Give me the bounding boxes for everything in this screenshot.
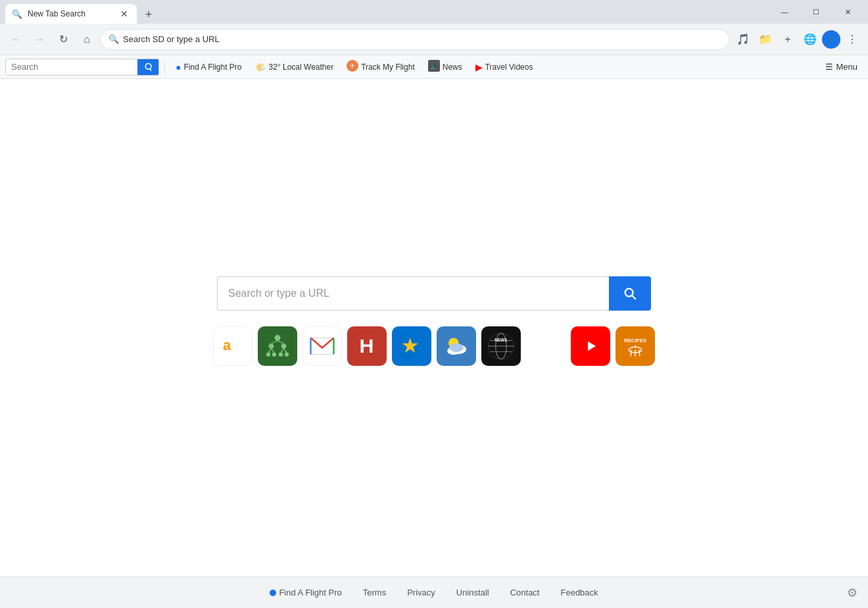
footer-dot-icon — [270, 590, 276, 596]
extension-plus-button[interactable]: + — [777, 29, 798, 50]
toolbar-local-weather[interactable]: 🌤️ 32° Local Weather — [250, 59, 339, 76]
quick-link-weather[interactable] — [437, 326, 476, 366]
weather-logo — [443, 334, 470, 359]
toolbar-find-a-flight-pro[interactable]: ● Find A Flight Pro — [170, 59, 247, 76]
footer-feedback-label: Feedback — [560, 588, 598, 597]
svg-line-10 — [272, 341, 278, 343]
toolbar-track-my-flight[interactable]: ✈ Track My Flight — [341, 59, 420, 76]
travel-videos-icon: ▶ — [475, 62, 483, 72]
new-tab-button[interactable]: + — [139, 5, 158, 24]
minimize-button[interactable]: — — [769, 0, 800, 24]
footer-feedback[interactable]: Feedback — [560, 588, 598, 597]
window-controls: — ☐ ✕ — [769, 0, 863, 24]
close-tab-button[interactable]: ✕ — [118, 8, 130, 20]
footer-uninstall-label: Uninstall — [456, 588, 489, 597]
nav-actions: 🎵 📁 + 🌐 👤 ⋮ — [733, 29, 863, 50]
svg-text:RECIPES: RECIPES — [624, 338, 646, 343]
quick-link-amazon[interactable]: a — [213, 326, 253, 366]
back-button[interactable]: ← — [5, 29, 26, 50]
quick-link-walmart[interactable]: ★ — [392, 326, 431, 366]
svg-line-19 — [284, 349, 287, 353]
footer-terms-label: Terms — [363, 588, 386, 597]
toolbar-search-input[interactable] — [6, 59, 137, 75]
extension-folder-button[interactable]: 📁 — [755, 29, 776, 50]
youtube-logo — [577, 337, 604, 355]
find-flight-icon: ● — [176, 62, 181, 72]
footer-find-a-flight-pro[interactable]: Find A Flight Pro — [270, 588, 341, 597]
footer: Find A Flight Pro Terms Privacy Uninstal… — [0, 576, 868, 608]
svg-point-15 — [285, 353, 289, 357]
address-text: Search SD or type a URL — [123, 34, 721, 44]
toolbar-separator — [164, 61, 165, 74]
center-search-button[interactable] — [609, 276, 651, 311]
svg-text:a: a — [223, 337, 231, 353]
track-flight-icon: ✈ — [347, 60, 358, 74]
footer-privacy-label: Privacy — [407, 588, 435, 597]
svg-text:H: H — [360, 334, 374, 357]
tab-title: New Tab Search — [28, 9, 113, 18]
plane-icon: ✈ — [347, 60, 358, 72]
quick-link-ancestry[interactable] — [258, 326, 297, 366]
home-button[interactable]: ⌂ — [76, 29, 97, 50]
toolbar-menu-button[interactable]: ☰ Menu — [820, 59, 863, 76]
refresh-button[interactable]: ↻ — [53, 29, 74, 50]
profile-button[interactable]: 👤 — [822, 30, 840, 49]
toolbar: ● Find A Flight Pro 🌤️ 32° Local Weather… — [0, 55, 868, 79]
menu-label: Menu — [836, 62, 857, 72]
gmail-logo — [309, 336, 335, 356]
svg-point-14 — [279, 353, 283, 357]
svg-text:✈: ✈ — [350, 63, 355, 69]
quick-links-row: a — [204, 326, 664, 366]
svg-text:📺: 📺 — [430, 63, 437, 69]
toolbar-search-box[interactable] — [5, 59, 159, 76]
close-window-button[interactable]: ✕ — [832, 0, 863, 24]
quick-link-hotels[interactable]: H — [347, 326, 387, 366]
forward-button[interactable]: → — [29, 29, 50, 50]
active-tab[interactable]: 🔍 New Tab Search ✕ — [5, 4, 137, 24]
quick-link-youtube[interactable] — [571, 326, 610, 366]
main-content: a — [0, 79, 868, 576]
footer-uninstall[interactable]: Uninstall — [456, 588, 489, 597]
footer-settings-button[interactable]: ⚙ — [847, 586, 857, 600]
footer-privacy[interactable]: Privacy — [407, 588, 435, 597]
tab-strip: 🔍 New Tab Search ✕ + — [5, 0, 761, 24]
toolbar-news[interactable]: 📺 News — [423, 59, 468, 76]
browser-menu-button[interactable]: ⋮ — [842, 29, 863, 50]
center-search-input[interactable] — [217, 276, 609, 311]
svg-point-12 — [266, 353, 270, 357]
svg-line-11 — [277, 341, 284, 343]
svg-text:★: ★ — [402, 336, 418, 356]
title-bar: 🔍 New Tab Search ✕ + — ☐ ✕ — [0, 0, 868, 24]
toolbar-travel-videos[interactable]: ▶ Travel Videos — [470, 59, 539, 76]
maximize-button[interactable]: ☐ — [801, 0, 831, 24]
weather-icon: 🌤️ — [255, 62, 266, 72]
toolbar-search-button[interactable] — [137, 59, 158, 75]
quick-link-news[interactable]: NEWS — [481, 326, 521, 366]
ancestry-logo — [265, 334, 290, 359]
extension-music-button[interactable]: 🎵 — [733, 29, 754, 50]
svg-point-13 — [272, 353, 276, 357]
news-icon: 📺 — [428, 60, 440, 74]
svg-line-17 — [272, 349, 274, 353]
svg-point-7 — [275, 335, 281, 341]
center-search-area: a — [204, 276, 664, 366]
travel-videos-label: Travel Videos — [485, 63, 533, 72]
weather-label: 32° Local Weather — [269, 63, 334, 72]
center-search-bar[interactable] — [217, 276, 651, 311]
svg-point-8 — [269, 343, 274, 349]
navigation-bar: ← → ↻ ⌂ 🔍 Search SD or type a URL 🎵 📁 + … — [0, 24, 868, 55]
address-bar[interactable]: 🔍 Search SD or type a URL — [100, 29, 730, 50]
footer-find-flight-label: Find A Flight Pro — [279, 588, 341, 597]
svg-line-16 — [268, 349, 271, 353]
extension-globe-button[interactable]: 🌐 — [800, 29, 821, 50]
quick-link-gmail[interactable] — [302, 326, 342, 366]
svg-text:NEWS: NEWS — [494, 338, 507, 342]
footer-terms[interactable]: Terms — [363, 588, 386, 597]
menu-icon: ☰ — [825, 62, 833, 72]
svg-line-18 — [281, 349, 283, 353]
quick-link-recipes[interactable]: RECIPES — [615, 326, 655, 366]
amazon-logo: a — [220, 333, 246, 359]
footer-contact[interactable]: Contact — [510, 588, 540, 597]
news-logo: NEWS — [487, 332, 515, 360]
search-icon — [143, 63, 153, 72]
